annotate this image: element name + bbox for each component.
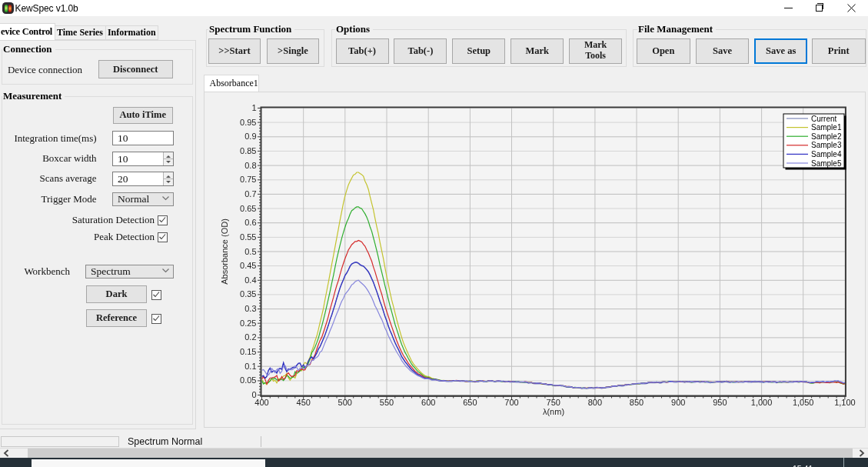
svg-text:0.8: 0.8 (244, 161, 256, 170)
svg-text:0.6: 0.6 (244, 218, 256, 227)
svg-text:1: 1 (251, 103, 256, 112)
svg-text:750: 750 (547, 398, 560, 407)
svg-text:0.55: 0.55 (240, 232, 256, 242)
svg-text:500: 500 (338, 398, 352, 407)
svg-text:700: 700 (504, 398, 518, 407)
svg-text:850: 850 (630, 398, 644, 407)
svg-text:0.2: 0.2 (244, 332, 256, 342)
svg-text:0.85: 0.85 (240, 146, 256, 155)
svg-text:450: 450 (297, 398, 311, 407)
svg-text:950: 950 (713, 398, 727, 407)
svg-text:0.15: 0.15 (240, 347, 256, 356)
svg-text:0.05: 0.05 (240, 375, 256, 385)
svg-text:0.45: 0.45 (240, 261, 256, 270)
svg-text:Current: Current (811, 115, 837, 123)
svg-text:0.75: 0.75 (240, 175, 256, 184)
svg-text:400: 400 (254, 398, 268, 407)
svg-text:0.3: 0.3 (244, 304, 256, 313)
svg-text:λ(nm): λ(nm) (543, 407, 564, 416)
svg-text:Absorbance (OD): Absorbance (OD) (220, 218, 229, 285)
svg-text:0: 0 (251, 390, 256, 399)
svg-text:0.95: 0.95 (240, 118, 256, 127)
svg-text:0.25: 0.25 (240, 319, 256, 328)
svg-text:Sample1: Sample1 (811, 123, 842, 132)
svg-text:1,000: 1,000 (751, 398, 773, 407)
svg-text:0.1: 0.1 (244, 362, 256, 371)
svg-text:Sample2: Sample2 (811, 132, 842, 141)
svg-text:0.4: 0.4 (244, 275, 256, 285)
svg-text:Sample5: Sample5 (811, 159, 842, 168)
svg-text:Sample3: Sample3 (811, 141, 842, 149)
svg-text:1,100: 1,100 (834, 398, 856, 407)
svg-text:0.65: 0.65 (240, 204, 256, 213)
svg-text:0.9: 0.9 (244, 132, 256, 141)
svg-text:600: 600 (421, 398, 435, 407)
svg-text:0.5: 0.5 (244, 247, 256, 256)
svg-text:0.35: 0.35 (240, 289, 256, 299)
svg-text:Sample4: Sample4 (811, 150, 842, 158)
svg-text:1,050: 1,050 (793, 398, 814, 407)
svg-text:800: 800 (588, 398, 602, 407)
svg-text:650: 650 (463, 398, 477, 407)
svg-text:550: 550 (380, 398, 394, 407)
svg-text:0.7: 0.7 (244, 189, 256, 198)
svg-text:900: 900 (671, 398, 685, 407)
